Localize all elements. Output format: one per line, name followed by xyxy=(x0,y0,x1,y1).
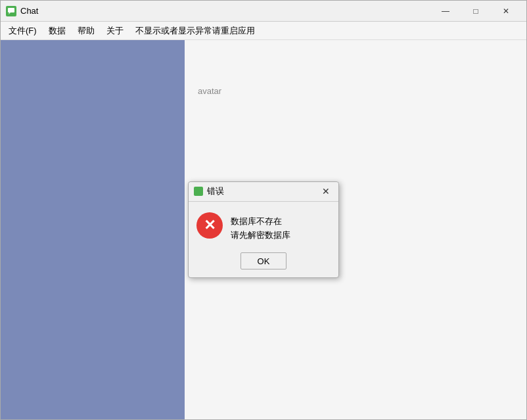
title-bar-controls: — □ ✕ xyxy=(430,1,521,22)
maximize-button[interactable]: □ xyxy=(461,1,491,22)
dialog-message-line2: 请先解密数据库 xyxy=(231,229,290,243)
dialog-close-button[interactable]: ✕ xyxy=(319,184,333,198)
dialog-message-line1: 数据库不存在 xyxy=(231,215,290,229)
menu-file[interactable]: 文件(F) xyxy=(3,23,42,39)
dialog-message: 数据库不存在 请先解密数据库 xyxy=(231,212,290,243)
dialog-title-left: 错误 xyxy=(194,185,224,197)
ok-button[interactable]: OK xyxy=(241,252,286,269)
title-bar-left: Chat xyxy=(6,6,38,16)
menu-about[interactable]: 关于 xyxy=(101,23,129,39)
error-dialog: 错误 ✕ ✕ 数据库不存在 请先解密数据库 OK xyxy=(188,181,339,279)
app-title: Chat xyxy=(20,6,38,16)
menu-data[interactable]: 数据 xyxy=(43,23,71,39)
app-window: Chat — □ ✕ 文件(F) 数据 帮助 关于 不显示或者显示异常请重启应用… xyxy=(0,0,527,420)
chat-icon xyxy=(6,6,16,16)
title-bar: Chat — □ ✕ xyxy=(1,1,526,22)
menu-restart[interactable]: 不显示或者显示异常请重启应用 xyxy=(130,23,260,39)
menu-help[interactable]: 帮助 xyxy=(72,23,100,39)
dialog-app-icon xyxy=(194,187,203,196)
error-icon: ✕ xyxy=(196,212,223,239)
main-content: avatar 错误 ✕ ✕ 数据 xyxy=(1,40,526,419)
modal-overlay: 错误 ✕ ✕ 数据库不存在 请先解密数据库 OK xyxy=(1,40,526,419)
error-icon-label: ✕ xyxy=(204,217,216,234)
svg-marker-1 xyxy=(9,12,11,14)
minimize-button[interactable]: — xyxy=(430,1,461,22)
dialog-body: ✕ 数据库不存在 请先解密数据库 xyxy=(189,202,338,248)
dialog-title-bar: 错误 ✕ xyxy=(189,182,338,202)
menu-bar: 文件(F) 数据 帮助 关于 不显示或者显示异常请重启应用 xyxy=(1,22,526,40)
svg-rect-0 xyxy=(8,8,14,12)
dialog-footer: OK xyxy=(189,247,338,277)
close-button[interactable]: ✕ xyxy=(491,1,521,22)
dialog-title: 错误 xyxy=(207,185,224,197)
